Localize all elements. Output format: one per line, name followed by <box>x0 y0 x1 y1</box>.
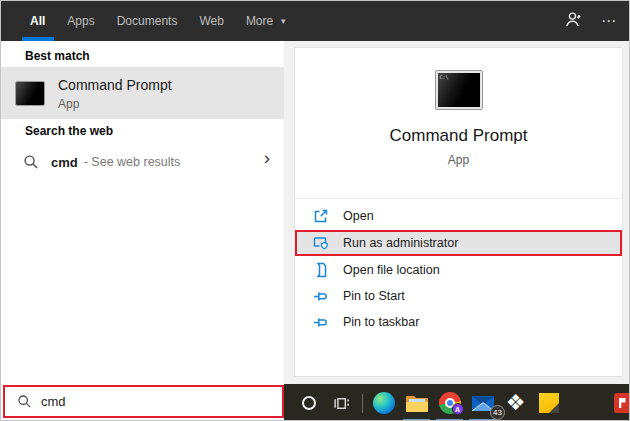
tab-label: More <box>246 14 273 28</box>
search-web-header: Search the web <box>25 124 113 138</box>
action-pin-to-taskbar[interactable]: Pin to taskbar <box>295 310 622 334</box>
mail-button[interactable]: 43 <box>466 384 499 421</box>
task-view-icon <box>333 395 350 412</box>
result-subtitle: App <box>58 97 172 111</box>
cortana-button[interactable] <box>292 384 325 421</box>
best-match-text: Command Prompt App <box>58 76 172 111</box>
admin-shield-icon <box>313 235 330 251</box>
sticky-notes-button[interactable] <box>532 384 565 421</box>
command-prompt-icon <box>15 81 45 106</box>
pdf-app-button[interactable] <box>607 384 630 421</box>
result-title: Command Prompt <box>58 76 172 94</box>
tab-label: Web <box>199 14 223 28</box>
app-subtitle: App <box>295 153 622 167</box>
action-open-file-location[interactable]: Open file location <box>295 258 622 282</box>
search-filter-bar: All Apps Documents Web More ▼ ⋯ <box>1 1 630 41</box>
file-explorer-button[interactable] <box>400 384 433 421</box>
taskbar: A 43 ❖ <box>284 384 630 421</box>
tab-documents[interactable]: Documents <box>106 1 189 41</box>
chrome-button[interactable]: A <box>433 384 466 421</box>
sticky-notes-icon <box>539 393 559 413</box>
file-explorer-icon <box>405 393 429 413</box>
chevron-right-icon[interactable]: › <box>264 151 270 165</box>
chrome-profile-badge: A <box>452 403 464 415</box>
file-location-icon <box>313 262 330 278</box>
tab-label: Documents <box>117 14 178 28</box>
command-prompt-icon-large: C:\ <box>435 70 483 110</box>
tab-label: Apps <box>67 14 94 28</box>
account-feedback-icon[interactable] <box>564 10 583 33</box>
taskbar-search-box[interactable] <box>3 385 284 418</box>
pin-icon <box>313 288 330 304</box>
tab-web[interactable]: Web <box>188 1 234 41</box>
pin-icon <box>313 314 330 330</box>
task-view-button[interactable] <box>325 384 358 421</box>
action-label: Run as administrator <box>343 236 458 250</box>
action-run-as-administrator[interactable]: Run as administrator <box>295 230 622 256</box>
tab-more[interactable]: More ▼ <box>235 1 298 41</box>
action-label: Open <box>343 209 374 223</box>
action-label: Pin to taskbar <box>343 315 419 329</box>
search-input[interactable] <box>41 394 261 409</box>
action-label: Open file location <box>343 263 440 277</box>
action-open[interactable]: Open <box>295 204 622 228</box>
best-match-result[interactable]: Command Prompt App <box>1 67 284 119</box>
action-label: Pin to Start <box>343 289 405 303</box>
tab-apps[interactable]: Apps <box>56 1 105 41</box>
mail-unread-badge: 43 <box>490 405 505 420</box>
chevron-down-icon: ▼ <box>279 17 287 26</box>
windows-search-overlay: All Apps Documents Web More ▼ ⋯ Best mat… <box>0 0 630 421</box>
web-query-text: cmd <box>51 155 78 170</box>
launch-icon <box>313 208 330 224</box>
app-preview-card: C:\ Command Prompt App Open <box>294 47 623 377</box>
pdf-app-icon <box>614 393 630 413</box>
best-match-header: Best match <box>25 49 90 63</box>
terminal-prompt-text: C:\ <box>440 74 449 80</box>
terminal-screen: C:\ <box>438 73 480 107</box>
tab-label: All <box>30 14 45 28</box>
edge-icon <box>373 392 395 414</box>
cortana-icon <box>302 396 316 410</box>
more-options-icon[interactable]: ⋯ <box>601 12 617 30</box>
web-search-result[interactable]: cmd - See web results › <box>1 145 284 179</box>
divider <box>295 198 622 199</box>
edge-button[interactable] <box>367 384 400 421</box>
app-actions-list: Open Run as administrator Open file <box>295 204 622 336</box>
tab-all[interactable]: All <box>19 1 56 41</box>
action-pin-to-start[interactable]: Pin to Start <box>295 284 622 308</box>
app-title: Command Prompt <box>295 126 622 146</box>
chrome-icon: A <box>439 392 461 414</box>
search-icon <box>17 394 32 409</box>
taskbar-separator <box>358 384 367 421</box>
search-results-panel: Best match Command Prompt App Search the… <box>1 41 284 421</box>
topbar-actions: ⋯ <box>564 10 630 33</box>
dropbox-icon: ❖ <box>506 392 526 414</box>
filter-tabs: All Apps Documents Web More ▼ <box>1 1 298 41</box>
web-suffix-text: - See web results <box>84 155 181 169</box>
search-icon <box>23 154 39 170</box>
